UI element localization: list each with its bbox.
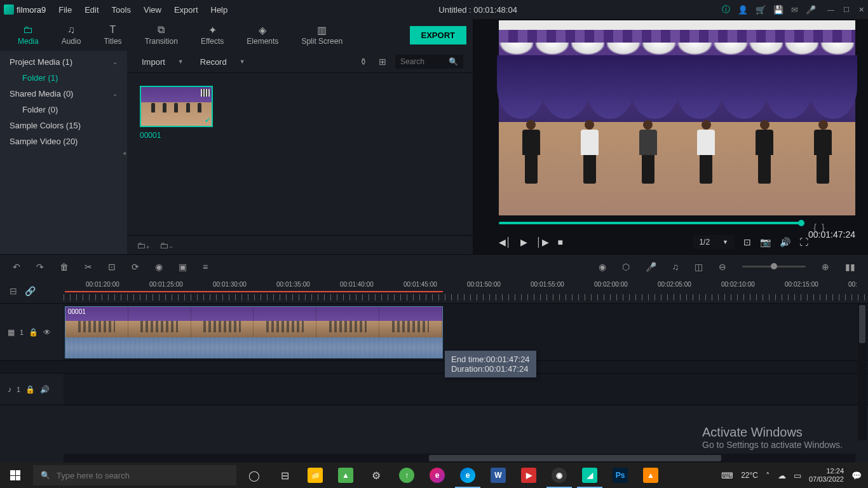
word-button[interactable]: W: [483, 463, 513, 488]
filter-icon[interactable]: ⚱: [357, 54, 370, 69]
save-icon[interactable]: 💾: [773, 5, 783, 15]
horizontal-scrollbar[interactable]: [64, 454, 855, 463]
cart-icon[interactable]: 🛒: [756, 5, 766, 15]
menu-export[interactable]: Export: [168, 1, 205, 18]
taskbar-app[interactable]: ▲: [330, 463, 361, 488]
minimize-button[interactable]: —: [827, 6, 834, 14]
tab-splitscreen[interactable]: ▥Split Screen: [290, 20, 354, 50]
quality-icon[interactable]: ⊡: [743, 237, 751, 247]
play-button[interactable]: ▶: [520, 237, 527, 247]
search-input[interactable]: [400, 57, 445, 66]
clip-thumbnail[interactable]: ✔: [140, 86, 213, 127]
add-folder-icon[interactable]: 🗀₊: [137, 240, 150, 250]
mail-icon[interactable]: ✉: [791, 5, 798, 15]
sidebar-item-folder-0[interactable]: Folder (0): [0, 102, 127, 118]
menu-edit[interactable]: Edit: [78, 1, 105, 18]
sidebar-item-sample-colors[interactable]: Sample Colors (15): [0, 118, 127, 133]
tab-elements[interactable]: ◈Elements: [235, 20, 290, 50]
render-icon[interactable]: ◉: [599, 262, 606, 272]
lock-icon[interactable]: 🔒: [25, 385, 35, 394]
tab-media[interactable]: 🗀Media: [6, 20, 50, 50]
taskbar-app[interactable]: e: [422, 463, 452, 488]
redo-button[interactable]: ↷: [36, 262, 44, 272]
sidebar-item-shared-media[interactable]: Shared Media (0)⌄: [0, 86, 127, 102]
keyboard-icon[interactable]: ⌨: [721, 471, 733, 480]
tab-transition[interactable]: ⧉Transition: [133, 20, 189, 50]
clock[interactable]: 12:24 07/03/2022: [809, 467, 844, 484]
start-button[interactable]: [0, 463, 31, 488]
snapshot-icon[interactable]: 📷: [760, 237, 771, 247]
tray-chevron-icon[interactable]: ˄: [766, 471, 770, 480]
speaker-icon[interactable]: 🔊: [40, 385, 50, 394]
photoshop-button[interactable]: Ps: [605, 463, 635, 488]
menu-view[interactable]: View: [137, 1, 168, 18]
sidebar-collapse-icon[interactable]: ◂: [123, 149, 126, 156]
taskbar-app[interactable]: ◉: [544, 463, 574, 488]
taskview-button[interactable]: ◯: [239, 463, 269, 488]
zoom-fit-icon[interactable]: ▮▮: [845, 262, 855, 272]
preview-video[interactable]: [499, 20, 855, 215]
voiceover-icon[interactable]: 🎤: [646, 262, 656, 272]
file-explorer-button[interactable]: 📁: [300, 463, 330, 488]
onedrive-icon[interactable]: ☁: [778, 471, 786, 480]
taskbar-app[interactable]: ▶: [513, 463, 544, 488]
sidebar-item-sample-video[interactable]: Sample Video (20): [0, 133, 127, 149]
lock-icon[interactable]: 🔒: [29, 328, 38, 337]
import-dropdown[interactable]: Import▼: [137, 55, 189, 69]
sidebar-item-project-media[interactable]: Project Media (1)⌄: [0, 54, 127, 70]
close-button[interactable]: ✕: [858, 6, 864, 14]
account-icon[interactable]: 👤: [738, 5, 748, 15]
view-icon[interactable]: ◫: [695, 262, 703, 272]
taskbar-app[interactable]: ↑: [391, 463, 422, 488]
info-icon[interactable]: ⓘ: [722, 4, 730, 15]
settings-button[interactable]: ⚙: [361, 463, 391, 488]
zoom-out-icon[interactable]: ⊖: [719, 262, 726, 272]
mark-out-icon[interactable]: }: [822, 222, 825, 233]
next-frame-button[interactable]: │▶: [536, 237, 549, 247]
zoom-in-icon[interactable]: ⊕: [822, 262, 829, 272]
menu-file[interactable]: File: [52, 1, 78, 18]
marker-icon[interactable]: ⬡: [622, 262, 630, 272]
vlc-button[interactable]: ▲: [635, 463, 666, 488]
volume-icon[interactable]: 🔊: [780, 237, 790, 247]
crop-button[interactable]: ⊡: [108, 262, 116, 272]
tab-audio[interactable]: ♫Audio: [50, 20, 93, 50]
zoom-slider[interactable]: [742, 266, 806, 268]
taskbar-app[interactable]: ⊟: [269, 463, 300, 488]
greenscreen-button[interactable]: ▣: [179, 262, 187, 272]
prev-frame-button[interactable]: ◀│: [499, 237, 512, 247]
mic-icon[interactable]: 🎤: [806, 5, 816, 15]
remove-folder-icon[interactable]: 🗀₋: [159, 240, 173, 250]
taskbar-search-input[interactable]: [57, 471, 229, 480]
search-box[interactable]: 🔍: [395, 55, 463, 69]
notifications-icon[interactable]: 💬: [851, 471, 862, 480]
menu-tools[interactable]: Tools: [105, 1, 137, 18]
record-dropdown[interactable]: Record▼: [195, 55, 250, 69]
delete-button[interactable]: 🗑: [60, 262, 69, 272]
maximize-button[interactable]: ☐: [843, 6, 850, 14]
sidebar-item-folder-1[interactable]: Folder (1): [0, 70, 127, 86]
speed-button[interactable]: ⟳: [132, 262, 139, 272]
taskbar-search[interactable]: 🔍: [33, 465, 236, 485]
preview-zoom-dropdown[interactable]: 1/2▼: [693, 235, 735, 249]
adjust-button[interactable]: ≡: [203, 262, 208, 272]
vertical-scrollbar[interactable]: [858, 304, 867, 440]
grid-view-icon[interactable]: ⊞: [376, 54, 389, 69]
timeline-clip[interactable]: 00001: [65, 306, 443, 358]
menu-help[interactable]: Help: [205, 1, 234, 18]
link-icon[interactable]: 🔗: [25, 286, 36, 296]
tab-titles[interactable]: TTitles: [92, 20, 133, 50]
mark-in-icon[interactable]: {: [813, 222, 817, 233]
filmora-button[interactable]: ◢: [574, 463, 605, 488]
edge-button[interactable]: e: [452, 463, 483, 488]
manage-tracks-icon[interactable]: ⊟: [10, 286, 17, 296]
export-button[interactable]: EXPORT: [410, 26, 466, 44]
preview-scrubber[interactable]: [499, 222, 802, 224]
tab-effects[interactable]: ✦Effects: [189, 20, 235, 50]
audio-track-content[interactable]: [64, 374, 868, 405]
undo-button[interactable]: ↶: [13, 262, 20, 272]
fullscreen-icon[interactable]: ⛶: [799, 237, 808, 247]
color-button[interactable]: ◉: [155, 262, 163, 272]
search-icon[interactable]: 🔍: [449, 57, 458, 66]
weather-widget[interactable]: 22°C: [741, 471, 758, 480]
